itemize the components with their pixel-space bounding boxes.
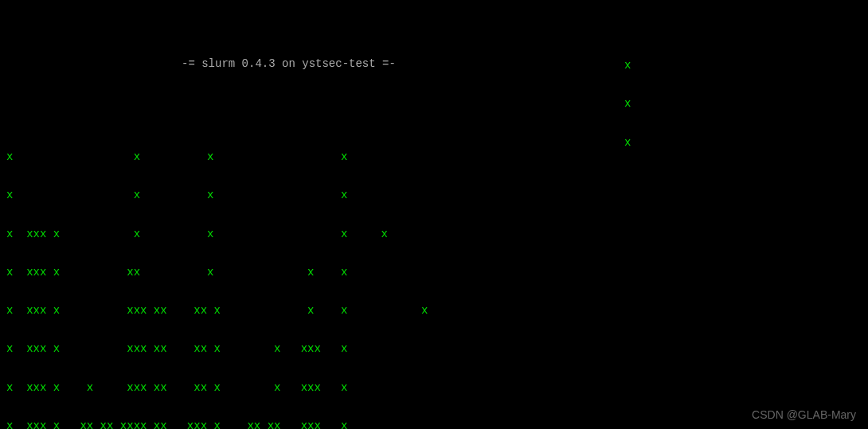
watermark: CSDN @GLAB-Mary: [752, 408, 856, 421]
network-graph: x x x x x x x x x xxx x x x x x x xxx x …: [6, 99, 862, 429]
rx-row: x xxx x xxx xx xx x x x x: [6, 304, 862, 317]
header-title: -= slurm 0.4.3 on ystsec-test =-: [6, 57, 862, 70]
rx-row: x: [624, 97, 651, 110]
rx-row: x xxx x xxx xx xx x x xxx x: [6, 342, 862, 355]
rx-row: x xxx x xx x x x: [6, 266, 862, 279]
rx-right-column: x x x: [624, 33, 651, 174]
rx-row: x xxx x x xxx xx xx x x xxx x: [6, 381, 862, 394]
rx-row: x x x x: [6, 189, 862, 201]
rx-row: x: [624, 59, 651, 72]
rx-row: x xxx x xx xx xxxx xx xxx x xx xx xxx x: [6, 419, 862, 429]
rx-row: x xxx x x x x x: [6, 228, 862, 240]
rx-row: x: [624, 136, 651, 149]
rx-graph: x x x x x x x x x xxx x x x x x x xxx x …: [6, 125, 862, 429]
rx-row: x x x x: [6, 150, 862, 163]
